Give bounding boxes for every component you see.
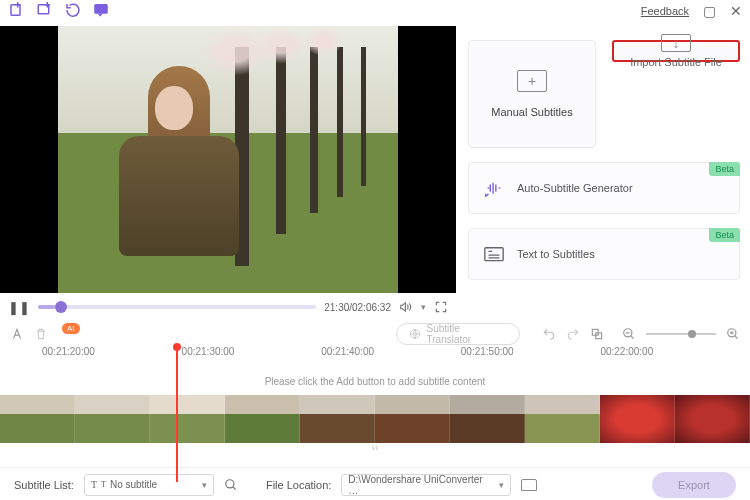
open-folder-icon[interactable] (521, 479, 537, 491)
pause-button[interactable]: ❚❚ (8, 300, 30, 315)
export-button[interactable]: Export (652, 472, 736, 498)
subtitle-list-select[interactable]: TT No subtitle ▾ (84, 474, 214, 496)
beta-badge: Beta (709, 162, 740, 176)
manual-subtitles-card[interactable]: + Manual Subtitles (468, 40, 596, 148)
refresh-icon[interactable] (64, 1, 82, 21)
thumbnail-strip[interactable] (0, 395, 750, 443)
time-display: 21:30/02:06:32 (324, 302, 391, 313)
subtitle-list-label: Subtitle List: (14, 479, 74, 491)
chevron-down-icon: ▾ (202, 480, 207, 490)
text-lines-icon (483, 245, 505, 263)
subtitle-translator-button[interactable]: Subtitle Translator (396, 323, 521, 345)
globe-icon (409, 328, 421, 340)
ai-badge: AI (62, 323, 80, 334)
search-icon[interactable] (224, 478, 238, 492)
beta-badge: Beta (709, 228, 740, 242)
video-preview (0, 26, 456, 293)
empty-subtitle-message: Please click the Add button to add subti… (0, 372, 750, 395)
chevron-down-icon: ▾ (499, 480, 504, 490)
import-subtitle-file-card[interactable]: ↓ Import Subtitle File (612, 40, 740, 62)
zoom-out-icon[interactable] (622, 327, 636, 341)
add-area-icon[interactable] (36, 1, 54, 21)
maximize-button[interactable]: ▢ (703, 3, 716, 19)
text-to-subtitles-card[interactable]: Text to Subtitles Beta (468, 228, 740, 280)
chevron-down-icon[interactable]: ▾ (421, 302, 426, 312)
feedback-link[interactable]: Feedback (641, 5, 689, 17)
file-location-select[interactable]: D:\Wondershare UniConverter … ▾ (341, 474, 511, 496)
overlap-icon[interactable] (590, 327, 604, 341)
svg-point-9 (226, 479, 234, 487)
zoom-in-icon[interactable] (726, 327, 740, 341)
comment-icon[interactable] (92, 1, 110, 21)
waveform-speech-icon (483, 179, 505, 197)
import-icon: ↓ (661, 34, 691, 52)
playhead[interactable] (176, 346, 178, 482)
timeline-ruler[interactable]: 00:21:20:00 00:21:30:00 00:21:40:00 00:2… (0, 346, 750, 372)
undo-icon[interactable] (542, 327, 556, 341)
file-location-label: File Location: (266, 479, 331, 491)
auto-subtitle-generator-card[interactable]: Auto-Subtitle Generator Beta (468, 162, 740, 214)
close-button[interactable]: ✕ (730, 3, 742, 19)
zoom-slider[interactable] (646, 333, 716, 335)
svg-rect-3 (485, 248, 503, 261)
fullscreen-icon[interactable] (434, 300, 448, 314)
text-style-icon[interactable] (10, 327, 24, 341)
volume-icon[interactable] (399, 300, 413, 314)
plus-icon: + (517, 70, 547, 92)
delete-icon[interactable] (34, 327, 48, 341)
svg-rect-2 (94, 4, 108, 14)
add-video-icon[interactable] (8, 1, 26, 21)
seek-bar[interactable] (38, 305, 316, 309)
svg-rect-0 (11, 5, 20, 16)
redo-icon[interactable] (566, 327, 580, 341)
